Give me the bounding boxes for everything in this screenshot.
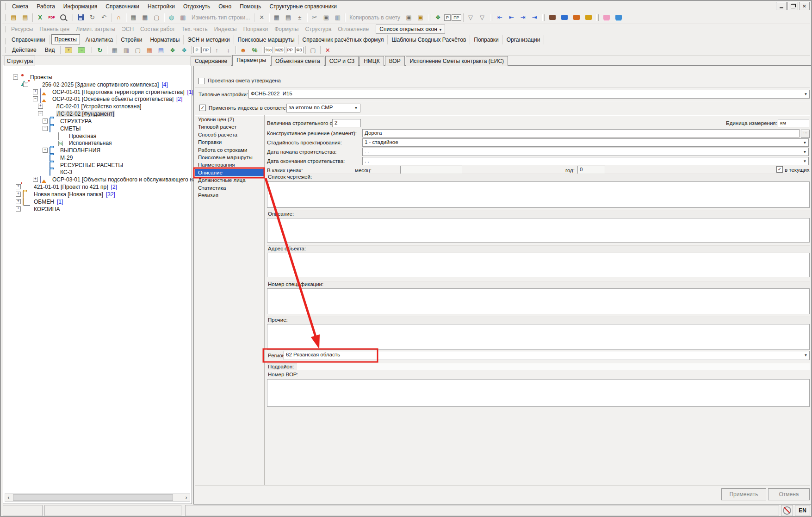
indent-first-icon[interactable]: ⇤ — [495, 12, 505, 23]
tree-item-proektnaya[interactable]: Проектная — [3, 132, 192, 139]
tree-item-256-02-2025[interactable]: 256-02-2025 [Здание спортивного комплекс… — [3, 81, 192, 88]
outline-expand-icon[interactable]: ▤ — [20, 12, 31, 23]
delete-icon[interactable]: ✕ — [256, 12, 267, 23]
language-indicator[interactable]: EN — [795, 505, 810, 516]
subregion-field[interactable] — [297, 363, 810, 370]
pr-mode-button[interactable]: ПР — [452, 14, 461, 21]
drawings-textarea[interactable] — [267, 181, 810, 208]
scroll-left-icon[interactable]: ‹ — [5, 494, 12, 501]
layers-blue-icon[interactable] — [613, 12, 624, 23]
m29-button[interactable]: М29 — [274, 47, 285, 53]
p-mode-button[interactable]: P — [444, 14, 451, 21]
panel-teh-chast[interactable]: Тех. часть — [181, 26, 207, 32]
scroll-thumb[interactable] — [13, 494, 173, 501]
object-card-icon[interactable]: ▦ — [109, 45, 120, 56]
expand-expander[interactable] — [16, 199, 21, 204]
tree-item-resursnye-raschety[interactable]: РЕСУРСНЫЕ РАСЧЕТЫ — [3, 162, 192, 168]
works-icon[interactable] — [547, 12, 558, 23]
add-folder-icon[interactable]: + — [62, 45, 74, 56]
collapse-expander[interactable] — [43, 126, 48, 131]
toolbar-grip[interactable] — [4, 3, 6, 10]
menu-informacia[interactable]: Информация — [59, 2, 101, 11]
chevron-down-icon[interactable]: ▼ — [803, 92, 808, 96]
search-icon[interactable] — [58, 12, 68, 23]
refresh-icon[interactable]: ↻ — [87, 12, 98, 23]
open-windows-dropdown[interactable]: Список открытых окон — [376, 25, 445, 34]
remove-folder-icon[interactable]: − — [75, 45, 87, 56]
cancel-button[interactable]: Отмена — [768, 488, 810, 500]
category-popravki[interactable]: Поправки — [195, 138, 264, 146]
tree-item-smety[interactable]: СМЕТЫ — [3, 125, 192, 132]
menu-spravochniki[interactable]: Справочники — [101, 2, 143, 11]
save-icon[interactable] — [75, 12, 86, 23]
menu-otdohnut[interactable]: Отдохнуть — [179, 2, 214, 11]
tree-item-421-01-01[interactable]: 421-01-01 [Проект по 421 пр][2] — [3, 183, 192, 190]
toolbar-grip[interactable] — [542, 14, 545, 21]
menu-smeta[interactable]: Смета — [8, 2, 32, 11]
collapse-expander[interactable] — [38, 111, 43, 116]
expand-expander[interactable] — [16, 184, 21, 189]
row-settings-alt-icon[interactable]: ▦ — [140, 12, 150, 23]
move-down-icon[interactable]: ↓ — [223, 45, 234, 56]
minimize-button[interactable] — [776, 2, 787, 10]
book-settings-icon[interactable]: ❖ — [433, 12, 443, 23]
current-prices-checkbox[interactable] — [776, 166, 783, 173]
calculator-icon[interactable]: ▦ — [271, 12, 282, 23]
chevron-down-icon[interactable]: ▼ — [802, 150, 807, 154]
object-list-icon[interactable]: ▥ — [121, 45, 131, 56]
category-rabota-so-strokami[interactable]: Работа со строками — [195, 146, 264, 154]
toolbar-grip[interactable] — [71, 14, 73, 21]
tree-item-ks3[interactable]: КС-3 — [3, 168, 192, 175]
globe-icon[interactable]: ◍ — [166, 12, 177, 23]
paste-estimate-icon[interactable]: ▣ — [415, 12, 426, 23]
panel-oglavlenie[interactable]: Оглавление — [338, 26, 369, 32]
expand-expander[interactable] — [43, 118, 48, 124]
toolbar-grip[interactable] — [596, 14, 599, 21]
category-urovni-cen[interactable]: Уровни цен (2) — [195, 116, 264, 123]
category-statistika[interactable]: Статистика — [195, 184, 264, 192]
approved-checkbox[interactable] — [198, 78, 205, 84]
indent-last-icon[interactable]: ⇥ — [529, 12, 540, 23]
blank-page-icon[interactable]: ▢ — [308, 45, 318, 56]
tab-spravochniki[interactable]: Справочники — [8, 35, 50, 44]
panel-struktura[interactable]: Структура — [305, 26, 331, 32]
chevron-down-icon[interactable]: ▼ — [802, 141, 807, 145]
percent-table-icon[interactable]: % — [249, 45, 260, 56]
category-tipovoi-raschet[interactable]: Типовой расчет — [195, 123, 264, 131]
apply-button[interactable]: Применить — [721, 488, 766, 500]
tab-shablony-svodnyh[interactable]: Шаблоны Сводных Расчётов — [388, 35, 470, 44]
copy-icon[interactable]: ▣ — [321, 12, 331, 23]
category-opisanie[interactable]: Описание — [195, 169, 264, 176]
typical-settings-combo[interactable]: ФСНБ-2022_И15 — [248, 90, 810, 99]
tree-item-struktura[interactable]: СТРУКТУРА — [3, 118, 192, 125]
percent-o-button[interactable]: %о — [264, 47, 273, 53]
category-sposob-rascheta[interactable]: Способ расчета — [195, 131, 264, 138]
tab-stroiki[interactable]: Стройки — [117, 35, 146, 44]
close-project-icon[interactable]: ✕ — [322, 45, 333, 56]
element-browse-button[interactable]: … — [801, 130, 810, 138]
tab-poiskovye-marshruty[interactable]: Поисковые маршруты — [234, 35, 299, 44]
toolbar-grip[interactable] — [4, 38, 6, 44]
panel-panel-cen[interactable]: Панель цен — [39, 26, 69, 32]
tree-item-osr-03-01[interactable]: ОСР-03-01 [Объекты подсобного и обслужив… — [3, 176, 192, 183]
category-reviziya[interactable]: Ревизия — [195, 192, 264, 199]
toolbar-grip[interactable] — [490, 14, 492, 21]
collapse-expander[interactable] — [23, 82, 28, 87]
materials-icon[interactable] — [571, 12, 582, 23]
indent-right-icon[interactable]: ⇥ — [518, 12, 528, 23]
paste-icon[interactable]: ▥ — [332, 12, 343, 23]
tab-popravki[interactable]: Поправки — [470, 35, 502, 44]
rr-button[interactable]: РР — [286, 47, 294, 53]
tab-normativy[interactable]: Нормативы — [146, 35, 184, 44]
expand-expander[interactable] — [33, 177, 38, 182]
toolbar-grip[interactable] — [90, 47, 92, 53]
panel-indeksy[interactable]: Индексы — [214, 26, 237, 32]
vor-number-textarea[interactable] — [267, 379, 810, 407]
panel-limit-zatraty[interactable]: Лимит. затраты — [76, 26, 115, 32]
toolbar-grip[interactable] — [4, 14, 6, 21]
restore-button[interactable] — [787, 2, 798, 10]
panel-resursy[interactable]: Ресурсы — [11, 26, 33, 32]
tab-organizacii[interactable]: Организации — [503, 35, 545, 44]
outline-collapse-icon[interactable]: ▤ — [8, 12, 19, 23]
add-row-icon[interactable]: ▤ — [283, 12, 293, 23]
